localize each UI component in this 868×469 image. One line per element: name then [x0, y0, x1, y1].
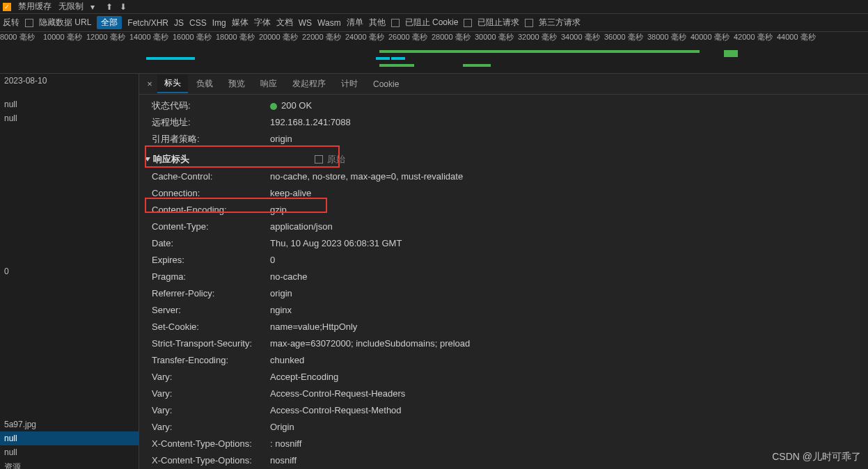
header-key: Pragma:: [152, 270, 270, 284]
header-row: Set-Cookie:name=value;HttpOnly: [152, 319, 860, 335]
timeline-tick: 24000 毫秒: [345, 32, 388, 43]
header-row: Vary:Origin: [152, 419, 860, 436]
raw-checkbox[interactable]: [315, 155, 323, 164]
header-key: Referrer-Policy:: [152, 287, 270, 301]
filter-all[interactable]: 全部: [97, 16, 122, 29]
header-value: Access-Control-Request-Headers: [270, 387, 405, 401]
list-item[interactable]: null: [0, 97, 139, 111]
download-icon[interactable]: ⬇: [120, 2, 127, 12]
blocked-cookies-checkbox[interactable]: [391, 19, 400, 27]
tab-response[interactable]: 响应: [253, 75, 284, 93]
header-key: Vary:: [152, 404, 270, 418]
header-row: Expires:0: [152, 252, 860, 269]
header-key: Date:: [152, 237, 270, 251]
filter-ws[interactable]: WS: [299, 18, 312, 28]
filter-font[interactable]: 字体: [254, 17, 271, 29]
tab-headers[interactable]: 标头: [157, 74, 188, 93]
header-key: Connection:: [152, 186, 270, 200]
header-row: Content-Type:application/json: [152, 218, 860, 235]
timeline-tick: 20000 毫秒: [259, 32, 302, 43]
filter-img[interactable]: Img: [212, 18, 226, 28]
filter-css[interactable]: CSS: [189, 18, 207, 28]
timeline[interactable]: 8000 毫秒10000 毫秒12000 毫秒14000 毫秒16000 毫秒1…: [0, 32, 868, 74]
disable-cache-check-icon[interactable]: ✓: [3, 3, 11, 11]
header-value: Thu, 10 Aug 2023 06:08:31 GMT: [270, 237, 402, 251]
timeline-tick: 26000 毫秒: [388, 32, 432, 43]
header-value: chunked: [270, 353, 304, 367]
upload-icon[interactable]: ⬆: [106, 2, 113, 12]
header-row: Date:Thu, 10 Aug 2023 06:08:31 GMT: [152, 235, 860, 252]
list-item[interactable]: 资源: [0, 459, 139, 469]
filter-fetch-xhr[interactable]: Fetch/XHR: [127, 18, 168, 28]
filter-wasm[interactable]: Wasm: [317, 18, 341, 28]
list-item[interactable]: null: [0, 111, 139, 125]
tab-cookies[interactable]: Cookie: [366, 77, 406, 92]
remote-label: 远程地址:: [152, 116, 270, 129]
header-value: max-age=63072000; includeSubdomains; pre…: [270, 337, 470, 351]
timeline-tick: 22000 毫秒: [302, 32, 345, 43]
request-list[interactable]: 2023-08-10nullnull05a97.jpgnullnull资源: [0, 74, 139, 469]
header-key: Cache-Control:: [152, 170, 270, 184]
disable-cache-label: 禁用缓存: [18, 1, 52, 13]
list-item[interactable]: 0: [0, 264, 139, 278]
filter-other[interactable]: 其他: [369, 17, 386, 29]
status-label: 状态代码:: [152, 99, 270, 113]
filter-doc[interactable]: 文档: [276, 17, 293, 29]
filter-js[interactable]: JS: [174, 18, 184, 28]
list-item[interactable]: null: [0, 445, 139, 459]
hide-data-url-checkbox[interactable]: [25, 19, 33, 27]
status-value: 200 OK: [270, 99, 312, 113]
timeline-tick: 18000 毫秒: [216, 32, 259, 43]
header-key: Transfer-Encoding:: [152, 353, 270, 367]
header-key: Set-Cookie:: [152, 320, 270, 334]
timeline-tick: 34000 毫秒: [561, 32, 604, 43]
referrer-value: origin: [270, 132, 292, 146]
header-value: Access-Control-Request-Method: [270, 404, 402, 418]
close-icon[interactable]: ×: [143, 78, 156, 90]
row-remote: 远程地址: 192.168.1.241:7088: [152, 114, 860, 131]
timeline-tick: 32000 毫秒: [518, 32, 561, 43]
tab-payload[interactable]: 负载: [189, 75, 220, 93]
detail-body[interactable]: 状态代码: 200 OK 远程地址: 192.168.1.241:7088 引用…: [139, 95, 868, 469]
list-item[interactable]: 5a97.jpg: [0, 418, 139, 431]
list-item[interactable]: null: [0, 431, 139, 445]
header-value: no-cache: [270, 270, 307, 284]
header-key: Vary:: [152, 420, 270, 434]
chevron-down-icon: [145, 157, 150, 161]
row-referrer: 引用者策略: origin: [152, 131, 860, 148]
timeline-tick: 28000 毫秒: [432, 32, 475, 43]
header-key: X-Content-Type-Options:: [152, 437, 270, 451]
raw-toggle[interactable]: 原始: [315, 153, 345, 166]
header-key: Server:: [152, 303, 270, 317]
filter-media[interactable]: 媒体: [232, 17, 248, 29]
list-item[interactable]: 2023-08-10: [0, 74, 139, 88]
hide-data-url-label: 隐藏数据 URL: [39, 17, 91, 29]
filter-bar: 反转 隐藏数据 URL 全部 Fetch/XHR JS CSS Img 媒体 字…: [0, 14, 868, 32]
blocked-requests-checkbox[interactable]: [464, 19, 472, 27]
response-headers-section[interactable]: 响应标头 原始: [145, 150, 860, 168]
invert-label[interactable]: 反转: [3, 17, 19, 29]
timeline-tick: 14000 毫秒: [129, 32, 173, 43]
tab-preview[interactable]: 预览: [221, 75, 252, 93]
header-row: Vary:Accept-Encoding: [152, 369, 860, 385]
third-party-checkbox[interactable]: [525, 19, 533, 27]
header-row: Pragma:no-cache: [152, 269, 860, 285]
header-value: keep-alive: [270, 186, 311, 200]
header-row: Strict-Transport-Security:max-age=630720…: [152, 335, 860, 352]
throttle-dropdown-icon[interactable]: ▾: [90, 2, 95, 12]
header-value: origin: [270, 287, 292, 301]
detail-panel: × 标头 负载 预览 响应 发起程序 计时 Cookie 状态代码: 200 O…: [139, 74, 868, 469]
tab-initiator[interactable]: 发起程序: [285, 75, 333, 93]
header-value: Origin: [270, 420, 294, 434]
timeline-ruler: 8000 毫秒10000 毫秒12000 毫秒14000 毫秒16000 毫秒1…: [0, 32, 868, 43]
timeline-tick: 8000 毫秒: [0, 32, 43, 43]
header-row: Server:nginx: [152, 302, 860, 319]
timeline-tick: 12000 毫秒: [86, 32, 129, 43]
throttle-select[interactable]: 无限制: [58, 1, 84, 13]
header-value: no-cache, no-store, max-age=0, must-reva…: [270, 170, 463, 184]
filter-manifest[interactable]: 清单: [347, 17, 363, 29]
timeline-tick: 16000 毫秒: [173, 32, 216, 43]
timeline-tick: 10000 毫秒: [43, 32, 86, 43]
tab-timing[interactable]: 计时: [334, 75, 365, 93]
top-toolbar: ✓ 禁用缓存 无限制 ▾ ⬆ ⬇: [0, 0, 868, 14]
